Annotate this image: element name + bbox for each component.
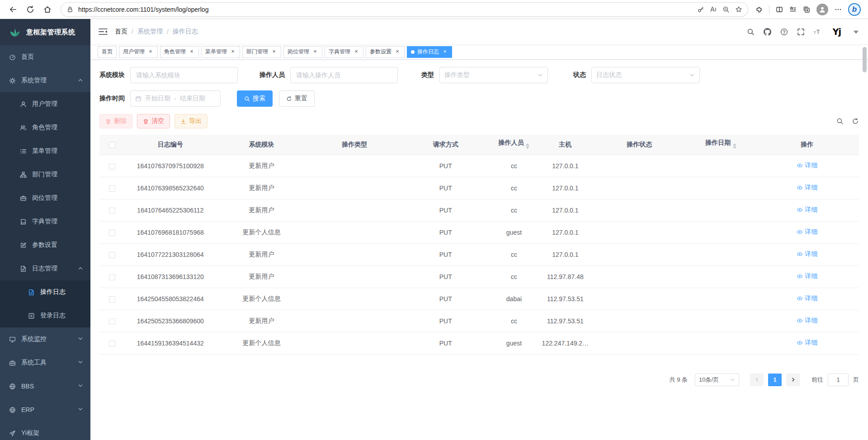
column-header-oper-date[interactable]: 操作日期 xyxy=(687,135,755,155)
detail-link[interactable]: 详细 xyxy=(797,184,817,192)
operator-input[interactable] xyxy=(290,67,398,83)
sidebar-item-param-settings[interactable]: 参数设置 xyxy=(0,233,90,257)
zoom-out-icon[interactable] xyxy=(722,6,730,13)
app-logo[interactable]: 意框架管理系统 xyxy=(0,19,90,45)
tab-user-mgmt[interactable]: 用户管理× xyxy=(119,46,158,58)
refresh-icon[interactable] xyxy=(23,2,38,17)
detail-link[interactable]: 详细 xyxy=(797,206,817,214)
sidebar-item-home[interactable]: 首页 xyxy=(0,45,90,69)
sidebar-item-menu-mgmt[interactable]: 菜单管理 xyxy=(0,139,90,163)
caret-down-icon[interactable] xyxy=(852,28,860,36)
bing-chat-icon[interactable]: b xyxy=(848,3,861,16)
collections-icon[interactable] xyxy=(803,6,810,13)
detail-link[interactable]: 详细 xyxy=(797,272,817,280)
sidebar-item-system-tools[interactable]: 系统工具 xyxy=(0,351,90,374)
sidebar-item-user-mgmt[interactable]: 用户管理 xyxy=(0,92,90,116)
select-all-checkbox[interactable] xyxy=(109,142,115,148)
sidebar-item-dept-mgmt[interactable]: 部门管理 xyxy=(0,163,90,186)
detail-link[interactable]: 详细 xyxy=(797,294,817,303)
tab-oper-log[interactable]: 操作日志× xyxy=(407,46,452,58)
sidebar-item-bbs[interactable]: BBS xyxy=(0,374,90,398)
detail-link[interactable]: 详细 xyxy=(797,161,817,170)
sidebar-item-login-log[interactable]: 登录日志 xyxy=(0,304,90,327)
sidebar-item-system-mgmt[interactable]: 系统管理 xyxy=(0,69,90,92)
sidebar-item-post-mgmt[interactable]: 岗位管理 xyxy=(0,186,90,210)
url-bar[interactable]: https://ccnetcore.com:1101/system/log/op… xyxy=(61,2,748,17)
detail-link[interactable]: 详细 xyxy=(797,317,817,325)
detail-link[interactable]: 详细 xyxy=(797,339,817,347)
sort-carets-icon[interactable] xyxy=(733,142,736,151)
type-select[interactable]: 操作类型 xyxy=(439,67,548,83)
row-checkbox[interactable] xyxy=(109,208,115,214)
github-icon[interactable] xyxy=(764,28,771,36)
row-checkbox[interactable] xyxy=(109,252,115,258)
next-page-button[interactable] xyxy=(786,374,800,386)
split-screen-icon[interactable] xyxy=(776,6,783,13)
sidebar-toggle-icon[interactable] xyxy=(99,27,108,36)
date-range-picker[interactable]: 开始日期 - 结束日期 xyxy=(130,90,221,107)
export-button[interactable]: 导出 xyxy=(175,114,208,128)
sort-carets-icon[interactable] xyxy=(526,142,529,151)
row-checkbox[interactable] xyxy=(109,296,115,303)
sidebar-item-yi-framework[interactable]: Yi框架 xyxy=(0,421,90,440)
close-icon[interactable]: × xyxy=(189,49,195,55)
tab-role-mgmt[interactable]: 角色管理× xyxy=(160,46,199,58)
more-icon[interactable] xyxy=(835,6,842,13)
page-number-button[interactable]: 1 xyxy=(768,374,782,386)
sidebar-item-dict-mgmt[interactable]: 字典管理 xyxy=(0,210,90,233)
back-icon[interactable] xyxy=(5,2,21,17)
fullscreen-icon[interactable] xyxy=(797,28,805,36)
row-checkbox[interactable] xyxy=(109,185,115,192)
row-checkbox[interactable] xyxy=(109,163,115,170)
refresh-table-icon[interactable] xyxy=(852,118,859,125)
search-icon[interactable] xyxy=(747,28,755,36)
detail-link[interactable]: 详细 xyxy=(797,250,817,258)
tab-dept-mgmt[interactable]: 部门管理× xyxy=(242,46,281,58)
close-icon[interactable]: × xyxy=(271,49,277,55)
font-size-icon[interactable]: TT xyxy=(814,28,821,36)
search-button[interactable]: 搜索 xyxy=(237,90,273,107)
detail-link[interactable]: 详细 xyxy=(797,228,817,236)
row-checkbox[interactable] xyxy=(109,274,115,280)
tab-post-mgmt[interactable]: 岗位管理× xyxy=(283,46,322,58)
close-icon[interactable]: × xyxy=(312,49,318,55)
home-icon[interactable] xyxy=(40,2,55,17)
extensions-icon[interactable] xyxy=(755,6,763,13)
row-checkbox[interactable] xyxy=(109,318,115,325)
status-select[interactable]: 日志状态 xyxy=(591,67,700,83)
tab-dict-mgmt[interactable]: 字典管理× xyxy=(325,46,363,58)
delete-button[interactable]: 删除 xyxy=(99,114,132,128)
prev-page-button[interactable] xyxy=(750,374,764,386)
tab-param-settings[interactable]: 参数设置× xyxy=(366,46,405,58)
sidebar-item-oper-log[interactable]: 操作日志 xyxy=(0,280,90,304)
column-header-operator[interactable]: 操作人员 xyxy=(489,135,538,155)
sidebar-item-log-mgmt[interactable]: 日志管理 xyxy=(0,257,90,280)
help-icon[interactable] xyxy=(780,28,788,36)
close-icon[interactable]: × xyxy=(230,49,236,55)
sidebar-item-role-mgmt[interactable]: 角色管理 xyxy=(0,116,90,139)
tab-menu-mgmt[interactable]: 菜单管理× xyxy=(201,46,240,58)
close-icon[interactable]: × xyxy=(147,49,154,55)
user-avatar[interactable]: Yj xyxy=(830,25,843,38)
password-key-icon[interactable] xyxy=(697,6,704,13)
page-size-select[interactable]: 10条/页 xyxy=(695,374,739,386)
row-checkbox[interactable] xyxy=(109,230,115,236)
breadcrumb-item[interactable]: 首页 xyxy=(115,28,127,36)
reset-button[interactable]: 重置 xyxy=(279,90,315,107)
profile-avatar[interactable] xyxy=(816,4,828,15)
goto-page-input[interactable] xyxy=(828,374,849,386)
add-favorite-icon[interactable] xyxy=(735,6,742,13)
close-icon[interactable]: × xyxy=(353,49,359,55)
clear-button[interactable]: 清空 xyxy=(137,114,170,128)
close-icon[interactable]: × xyxy=(442,49,448,55)
sidebar-item-system-monitor[interactable]: 系统监控 xyxy=(0,327,90,351)
scrollbar-thumb[interactable] xyxy=(863,47,867,72)
read-aloud-icon[interactable] xyxy=(710,6,717,13)
favorites-bar-icon[interactable] xyxy=(789,6,797,13)
tab-home[interactable]: 首页 xyxy=(98,46,117,58)
sidebar-item-erp[interactable]: ERP xyxy=(0,398,90,421)
close-icon[interactable]: × xyxy=(394,49,401,55)
module-input[interactable] xyxy=(130,67,238,83)
search-toggle-icon[interactable] xyxy=(836,118,844,125)
row-checkbox[interactable] xyxy=(109,341,115,347)
